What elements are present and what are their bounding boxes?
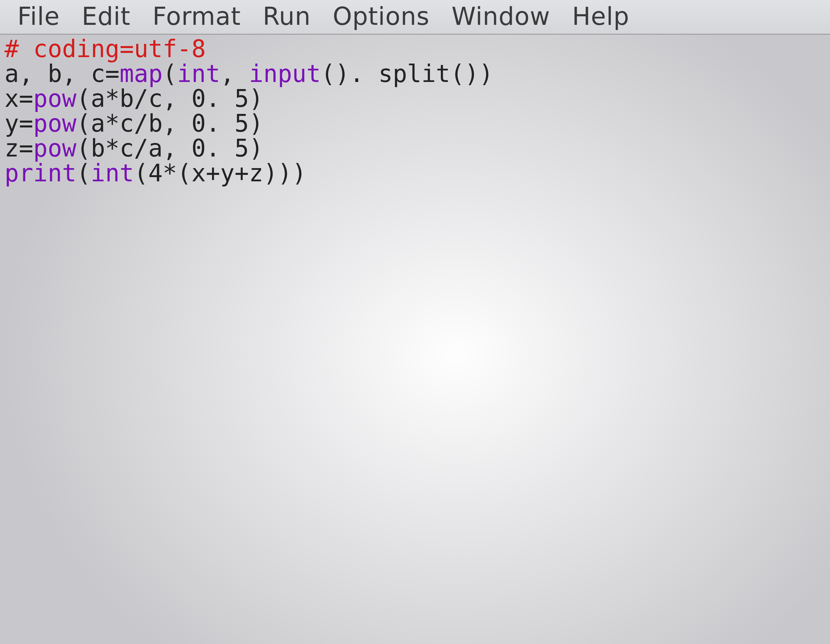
code-builtin-int: int xyxy=(91,159,134,187)
menu-format[interactable]: Format xyxy=(152,2,241,31)
code-text: (b*c/a, 0. 5) xyxy=(76,134,263,162)
code-builtin-input: input xyxy=(249,60,321,87)
menu-options[interactable]: Options xyxy=(333,2,429,31)
code-text: y= xyxy=(5,109,33,137)
menu-edit[interactable]: Edit xyxy=(82,2,130,31)
code-builtin-pow: pow xyxy=(33,134,76,162)
code-builtin-map: map xyxy=(119,60,163,87)
code-builtin-print: print xyxy=(5,159,76,187)
code-builtin-int: int xyxy=(177,60,220,87)
code-text: z= xyxy=(5,134,33,162)
code-builtin-pow: pow xyxy=(33,109,76,137)
code-text: a, b, c= xyxy=(5,60,119,87)
code-text: ( xyxy=(163,60,177,87)
code-text: , xyxy=(220,60,249,87)
code-text: ( xyxy=(76,159,91,187)
menu-bar: File Edit Format Run Options Window Help xyxy=(0,0,830,35)
code-text: x= xyxy=(5,84,33,112)
menu-window[interactable]: Window xyxy=(451,2,550,31)
code-text: (). split()) xyxy=(321,60,493,87)
code-text: (4*(x+y+z))) xyxy=(134,159,307,187)
code-text: (a*c/b, 0. 5) xyxy=(76,109,263,137)
menu-file[interactable]: File xyxy=(17,2,60,31)
code-comment: # coding=utf-8 xyxy=(5,35,206,63)
code-text: (a*b/c, 0. 5) xyxy=(76,84,263,112)
menu-run[interactable]: Run xyxy=(263,2,311,31)
menu-help[interactable]: Help xyxy=(572,2,629,31)
code-builtin-pow: pow xyxy=(33,84,76,112)
code-editor[interactable]: # coding=utf-8 a, b, c=map(int, input().… xyxy=(0,35,830,185)
